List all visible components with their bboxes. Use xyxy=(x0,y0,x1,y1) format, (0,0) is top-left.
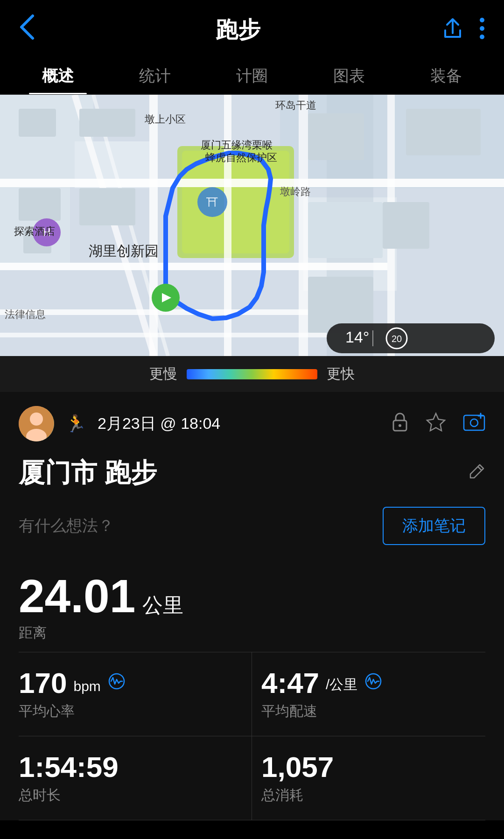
calories-label: 总消耗 xyxy=(261,786,485,805)
svg-text:法律信息: 法律信息 xyxy=(5,308,46,320)
stats-grid: 170 bpm 平均心率 4:47 /公里 xyxy=(19,652,485,820)
svg-rect-31 xyxy=(406,109,481,155)
run-icon: 🏃 xyxy=(65,414,86,433)
heart-rate-icon xyxy=(107,673,126,693)
svg-text:湖里创新园: 湖里创新园 xyxy=(89,243,159,259)
heart-rate-label: 平均心率 xyxy=(19,702,242,721)
distance-stat: 24.01 公里 距离 xyxy=(19,566,485,652)
avatar xyxy=(19,406,54,441)
tab-stats[interactable]: 统计 xyxy=(106,56,203,94)
pace-icon xyxy=(364,673,383,693)
svg-text:蜂虎自然保护区: 蜂虎自然保护区 xyxy=(205,152,277,163)
svg-rect-26 xyxy=(79,188,135,225)
lock-icon[interactable] xyxy=(391,411,409,437)
svg-text:环岛干道: 环岛干道 xyxy=(275,99,316,111)
speed-legend: 更慢 更快 xyxy=(0,356,504,392)
pace-label: 平均配速 xyxy=(261,702,485,721)
svg-rect-13 xyxy=(0,263,387,270)
svg-line-60 xyxy=(478,467,482,470)
activity-title: 厦门市 跑步 xyxy=(19,455,157,491)
header-actions xyxy=(441,16,485,44)
tab-bar: 概述 统计 计圈 图表 装备 xyxy=(0,56,504,95)
route-map[interactable]: H ⛩ 14° 20 墩上小区 环岛干道 厦门五缘湾栗喉 蜂虎自然保护区 探索酒… xyxy=(0,95,504,356)
svg-rect-30 xyxy=(383,202,429,249)
duration-value: 1:54:59 xyxy=(19,751,119,783)
svg-point-2 xyxy=(480,35,484,39)
distance-label: 距离 xyxy=(19,623,485,643)
svg-text:厦门五缘湾栗喉: 厦门五缘湾栗喉 xyxy=(201,139,273,151)
more-button[interactable] xyxy=(479,16,485,44)
calories-value: 1,057 xyxy=(261,751,334,783)
svg-rect-16 xyxy=(299,95,308,356)
svg-rect-25 xyxy=(79,109,135,137)
svg-rect-40 xyxy=(372,330,373,346)
distance-value: 24.01 xyxy=(19,570,135,622)
pace-value: 4:47 xyxy=(261,667,319,699)
svg-point-52 xyxy=(30,413,43,426)
pace-unit: /公里 xyxy=(326,675,357,699)
svg-rect-27 xyxy=(308,113,364,160)
add-note-button[interactable]: 添加笔记 xyxy=(383,507,485,545)
svg-point-1 xyxy=(480,26,484,31)
svg-text:墩上小区: 墩上小区 xyxy=(144,113,186,125)
heart-rate-value: 170 xyxy=(19,667,67,699)
add-photo-icon[interactable] xyxy=(463,412,485,436)
header: 跑步 xyxy=(0,0,504,56)
svg-point-55 xyxy=(399,424,401,427)
notes-placeholder: 有什么想法？ xyxy=(19,515,114,537)
svg-rect-28 xyxy=(308,202,383,258)
distance-unit: 公里 xyxy=(142,594,183,616)
activity-meta-row: 🏃 2月23日 @ 18:04 xyxy=(0,392,504,446)
speed-gradient-bar xyxy=(187,369,317,379)
share-button[interactable] xyxy=(441,16,465,44)
duration-label: 总时长 xyxy=(19,786,242,805)
svg-rect-12 xyxy=(0,179,504,187)
svg-text:14°: 14° xyxy=(345,328,369,346)
tab-laps[interactable]: 计圈 xyxy=(203,56,301,94)
svg-point-0 xyxy=(480,18,484,22)
activity-action-icons xyxy=(391,411,485,437)
calories-stat: 1,057 总消耗 xyxy=(252,736,485,820)
speed-slower-label: 更慢 xyxy=(149,364,177,384)
duration-stat: 1:54:59 总时长 xyxy=(19,736,252,820)
edit-icon[interactable] xyxy=(469,463,485,484)
heart-rate-stat: 170 bpm 平均心率 xyxy=(19,652,252,736)
svg-rect-23 xyxy=(19,188,61,221)
tab-gear[interactable]: 装备 xyxy=(398,56,495,94)
svg-rect-22 xyxy=(19,109,56,137)
star-icon[interactable] xyxy=(426,412,446,436)
speed-faster-label: 更快 xyxy=(327,364,355,384)
notes-section: 有什么想法？ 添加笔记 xyxy=(0,496,504,556)
tab-charts[interactable]: 图表 xyxy=(301,56,398,94)
svg-point-57 xyxy=(470,419,478,426)
heart-rate-unit: bpm xyxy=(73,678,100,699)
svg-text:墩岭路: 墩岭路 xyxy=(280,186,311,197)
stats-section: 24.01 公里 距离 170 bpm 平均心率 4:47 xyxy=(0,556,504,820)
tab-overview[interactable]: 概述 xyxy=(9,56,106,94)
svg-text:⛩: ⛩ xyxy=(206,196,218,210)
activity-datetime: 2月23日 @ 18:04 xyxy=(98,413,380,434)
back-button[interactable] xyxy=(19,13,35,47)
page-title: 跑步 xyxy=(216,15,260,45)
svg-text:20: 20 xyxy=(392,334,402,344)
activity-title-row: 厦门市 跑步 xyxy=(0,446,504,496)
svg-text:探索酒店: 探索酒店 xyxy=(14,225,55,237)
pace-stat: 4:47 /公里 平均配速 xyxy=(252,652,485,736)
